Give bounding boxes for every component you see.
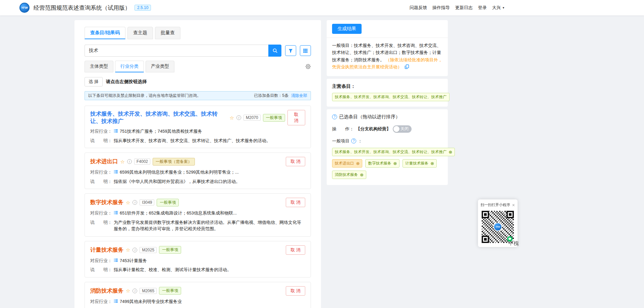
miniprogram-qr-popup: 扫一扫打开小程序 × YFW (478, 199, 518, 247)
selected-tag[interactable]: 计量技术服务 ⊗ (402, 159, 437, 168)
result-title[interactable]: 技术服务、技术开发、技术咨询、技术交流、技术转让、技术推广 (90, 110, 227, 125)
industry-label: 对应行业： (90, 169, 112, 176)
nav-login[interactable]: 登录 (478, 5, 487, 11)
cancel-button[interactable]: 取 消 (287, 110, 305, 125)
notice-right: 已添加条目数：5条 清除全部 (254, 93, 307, 99)
desc-label: 说 明： (90, 219, 112, 226)
filter-row: 主体类型 行业分类 产业类型 (85, 61, 311, 72)
list-icon (114, 129, 118, 133)
select-button[interactable]: 选 择 (85, 77, 103, 86)
help-icon[interactable]: ? (332, 114, 337, 119)
close-icon[interactable]: × (512, 203, 515, 207)
industry-text: 6599其他未列明信息技术服务业；5299其他未列明零售业；... (120, 169, 239, 176)
generate-result-button[interactable]: 生成结果 (332, 24, 362, 34)
query-panel: 查条目/结果码 查主题 批量查 (74, 20, 321, 308)
industry-label: 对应行业： (90, 128, 112, 135)
region-dropdown[interactable]: 大兴 ▼ (492, 5, 505, 11)
industry-label: 对应行业： (90, 257, 112, 264)
remove-tag-icon[interactable]: ⊗ (360, 173, 364, 177)
industry-label: 对应行业： (90, 210, 112, 217)
main-entry-tag: 技术服务、技术开发、技术咨询、技术交流、技术转让、技术推广 (332, 93, 449, 101)
main-content: 查条目/结果码 查主题 批量查 (74, 15, 644, 308)
cancel-button[interactable]: 取 消 (286, 245, 305, 255)
desc-line: 说 明： 指依据《中华人民共和国对外贸易法》，从事技术进出口的活动。 (90, 178, 305, 185)
industry-label: 对应行业： (90, 298, 112, 305)
entry-code: I3049 (140, 199, 154, 205)
remove-tag-icon[interactable]: ⊗ (356, 161, 360, 166)
cancel-button[interactable]: 取 消 (286, 286, 305, 296)
funnel-icon (288, 48, 293, 53)
result-title[interactable]: 技术进出口 (90, 158, 118, 165)
industry-line: 对应行业： 7453计量服务 (90, 257, 305, 264)
selected-tags: 技术服务、技术开发、技术咨询、技术交流、技术转让、技术推广 ⊗ 技术进出口 ⊗ … (332, 148, 442, 179)
nav-feedback[interactable]: 问题反馈 (410, 5, 427, 11)
info-icon[interactable]: i (236, 115, 241, 120)
cancel-button[interactable]: 取 消 (286, 198, 305, 207)
result-card-head: 生成结果 (327, 20, 448, 38)
help-icon[interactable]: ? (351, 138, 356, 143)
cancel-button[interactable]: 取 消 (286, 157, 305, 166)
grid-view-button[interactable] (300, 45, 311, 56)
qr-finder-icon (506, 211, 514, 218)
tab-batch[interactable]: 批量查 (155, 27, 180, 39)
star-icon[interactable]: ☆ (230, 115, 234, 120)
result-head: 数字技术服务 ☆ i I3049 一般事项 取 消 (90, 198, 305, 207)
result-title[interactable]: 消防技术服务 (90, 287, 123, 295)
tab-industry-class[interactable]: 行业分类 (115, 61, 144, 72)
notice-text: 以下条目可能涉及禁止限制目录，请向当地市场监管部门咨询。 (88, 93, 201, 99)
selected-tag[interactable]: 技术服务、技术开发、技术咨询、技术交流、技术转让、技术推广 ⊗ (332, 148, 455, 156)
qr-popup-head: 扫一扫打开小程序 × (481, 202, 515, 207)
star-icon[interactable]: ☆ (126, 247, 130, 252)
tab-entry-code[interactable]: 查条目/结果码 (85, 27, 125, 39)
remove-tag-icon[interactable]: ⊗ (449, 150, 452, 154)
copy-icon[interactable] (405, 64, 409, 69)
toggle-knob (393, 126, 399, 132)
desc-text: 指从事技术开发、技术咨询、技术交流、技术转让、技术推广、技术服务的活动。 (114, 137, 271, 144)
tag-label: 技术进出口 (335, 161, 354, 166)
industry-line: 对应行业： 651软件开发；652集成电路设计；653信息系统集成和物联... (90, 210, 305, 217)
selected-tag[interactable]: 消防技术服务 ⊗ (332, 171, 366, 179)
list-icon (114, 170, 118, 174)
restriction-notice: 以下条目可能涉及禁止限制目录，请向当地市场监管部门咨询。 已添加条目数：5条 清… (85, 91, 311, 100)
clear-all-link[interactable]: 清除全部 (291, 93, 307, 99)
remove-tag-icon[interactable]: ⊗ (393, 161, 397, 166)
watermark-text: 中槐 (508, 240, 519, 247)
result-title[interactable]: 计量技术服务 (90, 246, 123, 254)
desc-line: 说 明： 指从事技术开发、技术咨询、技术交流、技术转让、技术推广、技术服务的活动… (90, 137, 305, 144)
app-title: 经营范围规范表述查询系统（试用版） (34, 4, 130, 12)
tab-industry-type[interactable]: 产业类型 (146, 61, 174, 72)
entry-code: M2065 (140, 288, 157, 294)
info-icon[interactable]: i (132, 200, 137, 205)
result-card-body: 一般项目：技术服务、技术开发、技术咨询、技术交流、技术转让、技术推广；技术进出口… (327, 38, 448, 76)
selected-tag[interactable]: 技术进出口 ⊗ (332, 159, 362, 168)
search-input[interactable] (85, 45, 268, 57)
desc-label: 说 明： (90, 137, 112, 144)
selected-tag[interactable]: 数字技术服务 ⊗ (365, 159, 399, 168)
settings-gear-icon[interactable] (305, 64, 311, 69)
info-icon[interactable]: i (132, 289, 137, 293)
results-list: 技术服务、技术开发、技术咨询、技术交流、技术转让、技术推广 ☆ i M2070 … (85, 106, 311, 308)
app-logo-text: YFW (21, 6, 28, 9)
info-icon[interactable]: i (132, 248, 137, 252)
desc-text: 指依据《中华人民共和国对外贸易法》，从事技术进出口的活动。 (114, 178, 240, 185)
selected-title: 已选条目（拖动以进行排序） (339, 114, 400, 120)
select-row: 选 择 请点击左侧按钮选择 (85, 77, 311, 86)
star-icon[interactable]: ☆ (126, 200, 130, 205)
nav-guide[interactable]: 操作指导 (432, 5, 450, 11)
star-icon[interactable]: ☆ (126, 288, 130, 293)
info-icon[interactable]: i (127, 159, 132, 164)
filter-button[interactable] (285, 45, 296, 56)
search-button[interactable] (268, 45, 281, 57)
nav-changelog[interactable]: 更新日志 (455, 5, 473, 11)
operation-row: 操 作： 【分支机构经营】 关闭 (332, 125, 442, 133)
entry-code: F4002 (134, 159, 150, 165)
star-icon[interactable]: ☆ (120, 159, 125, 164)
toggle-label: 关闭 (400, 126, 409, 132)
tab-subject-type[interactable]: 主体类型 (85, 61, 113, 72)
select-hint: 请点击左侧按钮选择 (106, 79, 147, 85)
result-title[interactable]: 数字技术服务 (90, 199, 123, 206)
branch-operation-toggle[interactable]: 关闭 (393, 125, 412, 133)
tab-topic[interactable]: 查主题 (127, 27, 153, 39)
remove-tag-icon[interactable]: ⊗ (430, 161, 434, 166)
industry-text: 7499其他未列明专业技术服务业 (120, 298, 182, 305)
